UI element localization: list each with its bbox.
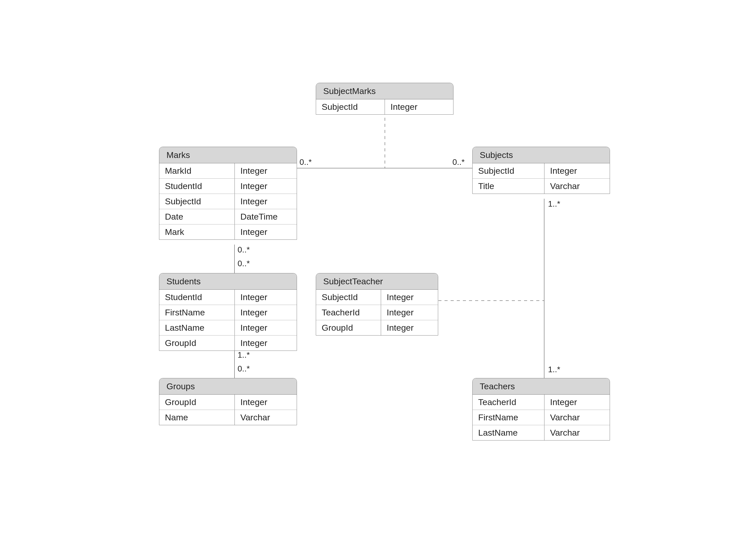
multiplicity-label: 0..* xyxy=(452,157,465,167)
entity-title: SubjectMarks xyxy=(316,83,453,99)
field-name: GroupId xyxy=(316,320,381,335)
field-name: StudentId xyxy=(159,290,235,305)
multiplicity-label: 0..* xyxy=(238,364,250,374)
field-type: Integer xyxy=(544,395,610,410)
field-type: Integer xyxy=(381,320,438,335)
multiplicity-label: 0..* xyxy=(238,259,250,268)
entity-title: Groups xyxy=(159,378,297,395)
table-row: StudentId Integer xyxy=(159,290,297,305)
table-row: MarkId Integer xyxy=(159,163,297,178)
multiplicity-label: 0..* xyxy=(238,245,250,255)
field-type: Integer xyxy=(235,163,297,178)
field-name: SubjectId xyxy=(159,194,235,209)
field-type: DateTime xyxy=(235,209,297,224)
field-name: GroupId xyxy=(159,335,235,351)
entity-subjectmarks[interactable]: SubjectMarks SubjectId Integer xyxy=(316,83,453,115)
multiplicity-label: 1..* xyxy=(548,365,560,374)
table-row: LastName Varchar xyxy=(473,425,610,440)
table-row: SubjectId Integer xyxy=(159,194,297,209)
table-row: LastName Integer xyxy=(159,320,297,335)
table-row: SubjectId Integer xyxy=(316,290,438,305)
field-type: Integer xyxy=(235,290,297,305)
field-type: Integer xyxy=(544,163,610,178)
table-row: StudentId Integer xyxy=(159,178,297,194)
field-type: Integer xyxy=(235,179,297,194)
field-type: Integer xyxy=(235,305,297,320)
entity-subjectteacher[interactable]: SubjectTeacher SubjectId Integer Teacher… xyxy=(316,273,438,335)
er-diagram-canvas: SubjectMarks SubjectId Integer Marks Mar… xyxy=(0,0,756,535)
field-type: Varchar xyxy=(544,179,610,194)
field-type: Integer xyxy=(381,305,438,320)
field-name: SubjectId xyxy=(316,99,385,114)
field-name: Date xyxy=(159,209,235,224)
entity-title: Subjects xyxy=(473,147,610,163)
table-row: Name Varchar xyxy=(159,410,297,425)
field-type: Integer xyxy=(235,335,297,351)
table-row: Mark Integer xyxy=(159,224,297,239)
field-type: Varchar xyxy=(544,425,610,440)
field-name: Title xyxy=(473,179,544,194)
table-row: FirstName Varchar xyxy=(473,410,610,425)
field-name: TeacherId xyxy=(316,305,381,320)
field-name: LastName xyxy=(159,320,235,335)
field-type: Integer xyxy=(235,194,297,209)
entity-teachers[interactable]: Teachers TeacherId Integer FirstName Var… xyxy=(472,378,610,440)
field-type: Integer xyxy=(235,224,297,239)
field-type: Integer xyxy=(385,99,453,114)
field-type: Integer xyxy=(235,320,297,335)
entity-students[interactable]: Students StudentId Integer FirstName Int… xyxy=(159,273,297,351)
field-name: MarkId xyxy=(159,163,235,178)
field-type: Integer xyxy=(235,395,297,410)
multiplicity-label: 1..* xyxy=(548,199,560,209)
field-name: SubjectId xyxy=(316,290,381,305)
entity-title: Marks xyxy=(159,147,297,163)
field-name: LastName xyxy=(473,425,544,440)
multiplicity-label: 0..* xyxy=(300,157,312,167)
entity-title: SubjectTeacher xyxy=(316,273,438,290)
entity-marks[interactable]: Marks MarkId Integer StudentId Integer S… xyxy=(159,147,297,240)
field-type: Varchar xyxy=(235,410,297,425)
field-name: TeacherId xyxy=(473,395,544,410)
table-row: SubjectId Integer xyxy=(473,163,610,178)
field-type: Varchar xyxy=(544,410,610,425)
connectors-layer xyxy=(0,0,756,535)
field-name: Mark xyxy=(159,224,235,239)
field-name: GroupId xyxy=(159,395,235,410)
table-row: GroupId Integer xyxy=(159,395,297,410)
field-name: StudentId xyxy=(159,179,235,194)
entity-groups[interactable]: Groups GroupId Integer Name Varchar xyxy=(159,378,297,425)
table-row: GroupId Integer xyxy=(316,320,438,335)
entity-title: Students xyxy=(159,273,297,290)
field-type: Integer xyxy=(381,290,438,305)
entity-subjects[interactable]: Subjects SubjectId Integer Title Varchar xyxy=(472,147,610,194)
table-row: GroupId Integer xyxy=(159,335,297,351)
table-row: TeacherId Integer xyxy=(316,305,438,320)
field-name: FirstName xyxy=(159,305,235,320)
field-name: FirstName xyxy=(473,410,544,425)
entity-title: Teachers xyxy=(473,378,610,395)
table-row: FirstName Integer xyxy=(159,305,297,320)
table-row: Date DateTime xyxy=(159,209,297,224)
multiplicity-label: 1..* xyxy=(238,350,250,360)
field-name: SubjectId xyxy=(473,163,544,178)
table-row: TeacherId Integer xyxy=(473,395,610,410)
table-row: SubjectId Integer xyxy=(316,99,453,114)
table-row: Title Varchar xyxy=(473,178,610,194)
field-name: Name xyxy=(159,410,235,425)
